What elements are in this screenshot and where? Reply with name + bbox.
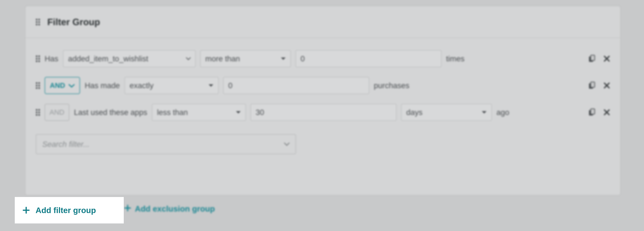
comparator-value: less than xyxy=(157,108,188,117)
value-input[interactable]: 0 xyxy=(223,77,369,94)
drag-handle-icon[interactable] xyxy=(36,56,40,62)
duplicate-icon[interactable] xyxy=(588,55,595,62)
unit-value: days xyxy=(406,108,422,117)
chevron-down-icon xyxy=(236,110,241,114)
chevron-down-icon xyxy=(481,110,487,114)
add-exclusion-group-button[interactable]: Add exclusion group xyxy=(124,204,215,214)
close-icon[interactable] xyxy=(604,109,610,116)
value-text: 30 xyxy=(256,108,264,117)
chevron-down-icon xyxy=(208,84,214,87)
chevron-down-icon xyxy=(68,82,75,90)
plus-icon xyxy=(22,206,30,214)
plus-icon xyxy=(124,204,131,214)
chevron-down-icon xyxy=(280,57,286,60)
filter-rule: AND Last used these apps less than 30 da… xyxy=(36,104,610,121)
duplicate-icon[interactable] xyxy=(588,108,595,116)
close-icon[interactable] xyxy=(604,82,610,89)
value-input[interactable]: 30 xyxy=(250,104,396,121)
value-text: 0 xyxy=(228,81,232,90)
add-filter-group-label: Add filter group xyxy=(36,206,96,215)
add-filter-group-button[interactable]: Add filter group xyxy=(15,197,124,224)
rule-prefix: Last used these apps xyxy=(74,108,147,117)
rule-suffix: ago xyxy=(496,108,509,117)
filter-rule: Has added_item_to_wishlist more than 0 xyxy=(36,50,610,67)
comparator-select[interactable]: exactly xyxy=(124,77,218,94)
rule-prefix: Has made xyxy=(85,81,120,90)
rules-area: Has added_item_to_wishlist more than 0 xyxy=(26,38,620,162)
filter-rule: AND Has made exactly 0 purchases xyxy=(36,77,610,94)
add-exclusion-group-label: Add exclusion group xyxy=(135,204,215,214)
event-select[interactable]: added_item_to_wishlist xyxy=(63,50,196,67)
event-select-value: added_item_to_wishlist xyxy=(68,54,148,63)
drag-handle-icon[interactable] xyxy=(36,19,40,25)
logic-operator-value: AND xyxy=(50,108,64,116)
svg-rect-1 xyxy=(591,55,595,60)
rule-suffix: purchases xyxy=(374,81,410,90)
duplicate-icon[interactable] xyxy=(588,82,595,89)
chevron-down-icon xyxy=(186,57,191,60)
rule-prefix: Has xyxy=(44,54,58,63)
value-text: 0 xyxy=(300,54,305,63)
svg-rect-5 xyxy=(591,109,595,114)
drag-handle-icon[interactable] xyxy=(36,82,40,89)
comparator-value: exactly xyxy=(130,81,154,90)
comparator-select[interactable]: less than xyxy=(152,104,246,121)
panel-header: Filter Group xyxy=(26,6,620,38)
drag-handle-icon[interactable] xyxy=(36,109,40,116)
value-input[interactable]: 0 xyxy=(296,50,442,67)
rule-suffix: times xyxy=(446,54,464,63)
chevron-down-icon xyxy=(284,142,290,146)
filter-group-panel: Filter Group Has added_item_to_wishlist xyxy=(25,6,620,195)
panel-title: Filter Group xyxy=(47,16,100,27)
comparator-select[interactable]: more than xyxy=(200,50,291,67)
search-filter-input[interactable]: Search filter... xyxy=(36,134,296,154)
logic-operator-select[interactable]: AND xyxy=(44,77,80,94)
unit-select[interactable]: days xyxy=(401,104,492,121)
search-filter-placeholder: Search filter... xyxy=(42,140,90,149)
close-icon[interactable] xyxy=(604,55,610,62)
comparator-value: more than xyxy=(205,54,240,63)
svg-rect-3 xyxy=(591,82,595,87)
logic-operator-value: AND xyxy=(50,82,65,90)
logic-operator-chip: AND xyxy=(44,104,69,121)
